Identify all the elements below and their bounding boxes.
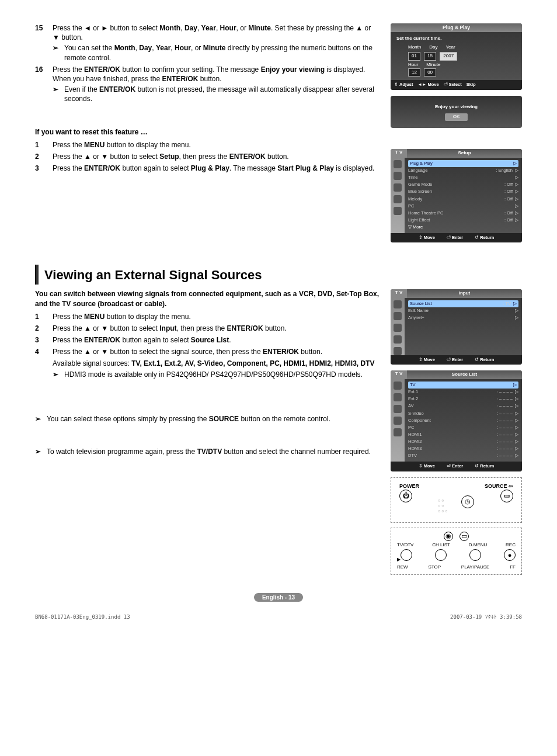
dmenu-button-icon <box>469 549 481 561</box>
osd-menu-item: Ext.2: – – – –▷ <box>408 396 518 403</box>
osd-category-icons <box>391 379 405 462</box>
osd-menu-item: Ext.1: – – – –▷ <box>408 389 518 396</box>
ext-step-3: 3Press the ENTER/OK button again to sele… <box>35 335 379 345</box>
osd-menu-item: Light Effect: Off▷ <box>408 217 518 224</box>
osd-menu-item: Blue Screen: Off▷ <box>408 188 518 195</box>
osd-menu-item: S-Video: – – – –▷ <box>408 410 518 417</box>
section-bar-icon <box>35 265 39 285</box>
hand-icon: ➢ <box>53 370 64 379</box>
osd-menu-item: Language: English▷ <box>408 167 518 174</box>
page-number: English - 13 <box>35 592 522 602</box>
osd-input: T VInput Source List: TV▷Edit Name▷Anyne… <box>391 289 522 365</box>
osd-menu-item: Plug & Play▷ <box>408 160 518 167</box>
osd-more: ▽ More <box>408 224 518 231</box>
osd-menu-item: Time▷ <box>408 174 518 181</box>
osd-menu-item: HDMI3: – – – –▷ <box>408 445 518 452</box>
hand-icon: ➢ <box>35 447 47 456</box>
hand-icon: ➢ <box>53 85 64 103</box>
ext-step-2: 2Press the ▲ or ▼ button to select Input… <box>35 324 379 333</box>
osd-menu-item: Home Theatre PC: Off▷ <box>408 210 518 217</box>
remote-diagram-power-source: POWER⏻ SOURCE ⇦▭ ○ ○○ ○○ ○ ○ ◷ <box>391 477 522 523</box>
osd-plug-play: Plug & Play Set the current time. Month … <box>391 23 522 90</box>
reset-step-1: 1 Press the MENU button to display the m… <box>35 140 379 150</box>
osd-menu-item: PC▷ <box>408 203 518 210</box>
osd-category-icons <box>391 298 405 355</box>
tvdtv-button-icon <box>401 549 412 561</box>
step-16: 16 Press the ENTER/OK button to confirm … <box>35 65 379 104</box>
print-footer: BN68-01171A-03Eng_0319.indd 13 2007-03-1… <box>35 613 522 620</box>
chlist-button-icon <box>435 549 447 561</box>
osd-setup: T VSetup Plug & Play▷Language: English▷T… <box>391 149 522 242</box>
osd-menu-item: PC: – – – –▷ <box>408 424 518 431</box>
remote-button-icon: ◷ <box>461 495 474 508</box>
osd-category-icons <box>391 158 405 233</box>
rec-button-icon: ● <box>504 549 516 561</box>
osd-menu-item: Component: – – – –▷ <box>408 417 518 424</box>
osd-menu-item: HDMI1: – – – –▷ <box>408 431 518 438</box>
reset-heading: If you want to reset this feature … <box>35 127 379 137</box>
osd-enjoy: Enjoy your viewing OK <box>391 96 522 129</box>
source-button-icon: ▭ <box>500 490 513 502</box>
osd-menu-item: TV▷ <box>408 382 518 389</box>
hand-icon: ➢ <box>53 43 64 62</box>
osd-source-list: T VSource List TV▷Ext.1: – – – –▷Ext.2: … <box>391 370 522 471</box>
osd-menu-item: Anynet+▷ <box>408 314 518 321</box>
osd-menu-item: HDMI2: – – – –▷ <box>408 438 518 445</box>
hand-icon: ➢ <box>35 414 47 424</box>
osd-menu-item: DTV: – – – –▷ <box>408 452 518 459</box>
ext-step-4: 4 Press the ▲ or ▼ button to select the … <box>35 347 379 379</box>
ext-step-1: 1Press the MENU button to display the me… <box>35 312 379 321</box>
step-num: 16 <box>35 65 53 104</box>
section-intro: You can switch between viewing signals f… <box>35 289 379 308</box>
reset-step-2: 2 Press the ▲ or ▼ button to select Setu… <box>35 152 379 161</box>
section-title: Viewing an External Signal Sources <box>35 265 522 285</box>
reset-step-3: 3 Press the ENTER/OK button again to sel… <box>35 164 379 173</box>
osd-menu-item: AV: – – – –▷ <box>408 403 518 410</box>
ok-button: OK <box>445 113 468 121</box>
osd-menu-item: Source List: TV▷ <box>408 300 518 307</box>
remote-diagram-tvdtv: ◉ ▭ TV/DTVCH LISTD.MENUREC ▶ ● REWSTOPPL… <box>391 528 522 575</box>
step-15: 15 Press the ◄ or ► button to select Mon… <box>35 23 379 63</box>
osd-menu-item: Melody: Off▷ <box>408 196 518 203</box>
osd-menu-item: Edit Name▷ <box>408 307 518 314</box>
osd-menu-item: Game Mode: Off▷ <box>408 181 518 188</box>
step-num: 15 <box>35 23 53 63</box>
power-icon: ⏻ <box>399 490 412 502</box>
